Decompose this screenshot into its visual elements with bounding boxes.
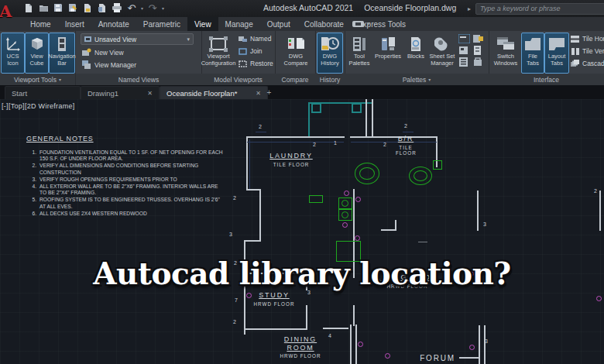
note-item: 6.ALL DECKS USE 2X4 WESTERN REDWOOD bbox=[26, 211, 247, 217]
ribbon-display-toggle-icon[interactable] bbox=[352, 21, 364, 27]
quick-access-toolbar: ↶ ▾ ↷ ▾ bbox=[23, 2, 164, 13]
viewport-config-icon bbox=[209, 35, 228, 53]
tool-palettes-button[interactable]: Tool Palettes bbox=[346, 33, 372, 74]
file-tab-drawing1[interactable]: Drawing1 ✕ bbox=[81, 86, 160, 100]
deck-post bbox=[352, 103, 362, 113]
tab-collaborate[interactable]: Collaborate bbox=[297, 17, 351, 31]
app-title: Autodesk AutoCAD 2021 bbox=[263, 3, 353, 12]
redo-icon[interactable]: ↷ bbox=[147, 2, 158, 13]
viewport-configuration-button[interactable]: Viewport Configuration bbox=[203, 33, 234, 74]
file-tab-oceanside-floorplan[interactable]: Oceanside Floorplan* ✕ bbox=[160, 86, 268, 100]
note-item: 5.ROOFING SYSTEM IS TO BE ENGINEERED TRU… bbox=[26, 197, 247, 209]
appliance-symbol bbox=[341, 200, 348, 207]
drawing-canvas[interactable]: [-][Top][2D Wireframe] GENERAL NOTES 1.F… bbox=[0, 99, 604, 364]
open-folder-icon[interactable] bbox=[38, 2, 49, 13]
door-tag: 3 bbox=[485, 338, 488, 344]
lists-palette-icon[interactable] bbox=[458, 57, 470, 67]
basket-palette-icon[interactable] bbox=[472, 57, 484, 67]
tab-parametric[interactable]: Parametric bbox=[136, 17, 187, 31]
tab-manage[interactable]: Manage bbox=[218, 17, 260, 31]
tile-vertically-button[interactable]: Tile Vertically bbox=[571, 47, 604, 55]
wall-segment bbox=[372, 99, 373, 138]
panel-label-viewport-tools[interactable]: Viewport Tools▾ bbox=[0, 74, 75, 85]
blocks-button[interactable]: Blocks bbox=[403, 33, 428, 74]
sheet-set-icon bbox=[434, 35, 450, 53]
join-viewport-button[interactable]: Join bbox=[239, 47, 263, 55]
tab-insert[interactable]: Insert bbox=[58, 17, 91, 31]
file-tab-start[interactable]: Start bbox=[5, 86, 81, 100]
panel-label-named-views: Named Views bbox=[76, 74, 201, 85]
file-tabs-button[interactable]: File Tabs bbox=[521, 33, 544, 74]
named-viewport-button[interactable]: Named bbox=[239, 35, 271, 43]
note-item: 4.ALL EXTERIOR WALL ARE TO BE 2"X6" FRAM… bbox=[26, 184, 247, 196]
new-view-button[interactable]: New View bbox=[82, 48, 124, 57]
search-input[interactable]: Type a keyword or phrase bbox=[475, 3, 604, 15]
properties-button[interactable]: Properties bbox=[372, 33, 403, 74]
electrical-symbol bbox=[342, 222, 348, 228]
panel-label-history: History bbox=[315, 74, 345, 85]
autocad-app-menu-icon[interactable]: A bbox=[0, 2, 16, 22]
new-file-icon[interactable] bbox=[23, 2, 34, 13]
switch-windows-button[interactable]: Switch Windows bbox=[490, 33, 521, 74]
door-tag: 2 bbox=[259, 124, 262, 129]
redo-dropdown-icon[interactable]: ▾ bbox=[162, 5, 164, 11]
restore-viewport-button[interactable]: Restore bbox=[239, 60, 273, 67]
markup-palette-icon[interactable] bbox=[472, 46, 484, 55]
undo-dropdown-icon[interactable]: ▾ bbox=[141, 5, 143, 11]
wall-segment bbox=[350, 325, 352, 364]
file-tab-bar: Start Drawing1 ✕ Oceanside Floorplan* ✕ … bbox=[0, 85, 604, 99]
command-line-icon[interactable] bbox=[458, 34, 470, 43]
view-manager-icon bbox=[82, 60, 91, 69]
ribbon-display-caret-icon[interactable]: ▾ bbox=[367, 21, 370, 27]
autocad-window: A ↶ ▾ ↷ ▾ Autodesk AutoCAD 2021 Oceansid… bbox=[0, 0, 604, 364]
reference-palette-icon[interactable] bbox=[458, 46, 470, 55]
print-icon[interactable] bbox=[112, 2, 122, 13]
tab-view[interactable]: View bbox=[187, 17, 218, 31]
tab-home[interactable]: Home bbox=[23, 17, 58, 31]
tab-output[interactable]: Output bbox=[260, 17, 297, 31]
dwg-history-button[interactable]: DWG History bbox=[317, 33, 343, 74]
view-dropdown[interactable]: Unsaved View ▾ bbox=[81, 33, 194, 45]
transfer-icon[interactable] bbox=[97, 2, 108, 13]
save-icon[interactable] bbox=[53, 2, 63, 13]
tile-vertical-icon bbox=[571, 48, 579, 55]
wall-segment bbox=[395, 220, 396, 231]
viewport-controls[interactable]: [-][Top][2D Wireframe] bbox=[2, 102, 75, 110]
room-label-dining: DINING ROOM HRWD FLOOR bbox=[279, 335, 322, 359]
note-item: 3.VERIFY ROUGH OPENINGS REQUIREMENTS PRI… bbox=[26, 177, 247, 183]
panel-named-views: Unsaved View ▾ New View View Manager Nam… bbox=[76, 31, 202, 85]
cascade-button[interactable]: Cascade bbox=[571, 60, 604, 67]
ucs-icon-button[interactable]: UCS Icon bbox=[1, 33, 25, 74]
tool-palettes-icon bbox=[352, 35, 366, 53]
count-palette-icon[interactable] bbox=[472, 34, 484, 43]
search-expand-icon[interactable]: ▸ bbox=[468, 5, 471, 12]
door-tag: 3 bbox=[483, 221, 486, 227]
electrical-symbol bbox=[246, 293, 252, 298]
dwg-history-icon bbox=[321, 35, 339, 53]
properties-icon bbox=[381, 35, 395, 53]
navigation-bar-button[interactable]: Navigation Bar bbox=[49, 33, 75, 74]
view-cube-button[interactable]: View Cube bbox=[25, 33, 49, 74]
undo-icon[interactable]: ↶ bbox=[126, 2, 137, 13]
wall-segment bbox=[245, 328, 307, 330]
cascade-icon bbox=[571, 60, 579, 67]
tab-annotate[interactable]: Annotate bbox=[91, 17, 136, 31]
view-state-icon bbox=[84, 36, 91, 43]
save-as-icon[interactable] bbox=[67, 2, 78, 13]
close-icon[interactable]: ✕ bbox=[256, 90, 261, 97]
view-manager-button[interactable]: View Manager bbox=[82, 60, 136, 69]
plot-stamp-icon[interactable] bbox=[82, 2, 93, 13]
electrical-symbol bbox=[385, 353, 390, 359]
close-icon[interactable]: ✕ bbox=[147, 90, 153, 97]
room-label-forum: FORUM bbox=[414, 355, 462, 363]
wall-segment bbox=[599, 191, 601, 231]
panel-label-palettes[interactable]: Palettes▾ bbox=[345, 74, 489, 85]
layout-tabs-button[interactable]: Layout Tabs bbox=[544, 33, 569, 74]
room-label-br: B/R TILE FLOOR bbox=[390, 135, 421, 156]
new-tab-button[interactable]: + bbox=[265, 88, 273, 97]
sheet-set-manager-button[interactable]: Sheet Set Manager bbox=[427, 33, 458, 74]
dwg-compare-button[interactable]: DWG Compare bbox=[280, 33, 311, 74]
ribbon: UCS Icon View Cube Navigation Bar Viewpo… bbox=[0, 31, 604, 86]
tile-horizontally-button[interactable]: Tile Horizontally bbox=[571, 35, 604, 43]
wall-segment bbox=[381, 229, 396, 231]
